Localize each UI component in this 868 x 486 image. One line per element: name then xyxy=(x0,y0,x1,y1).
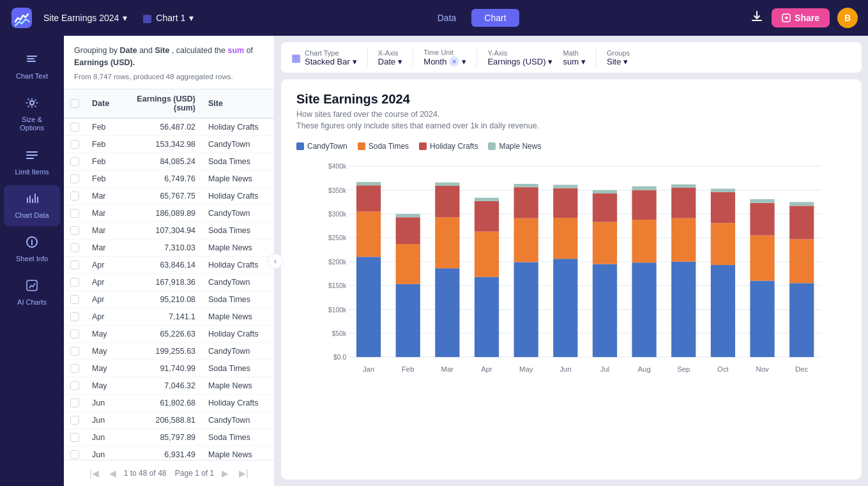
pagination-text: 1 to 48 of 48 xyxy=(124,469,167,478)
svg-rect-74 xyxy=(750,236,774,281)
row-checkbox[interactable] xyxy=(64,204,86,222)
chevron-math: ▾ xyxy=(581,57,586,66)
row-date: May xyxy=(86,377,120,394)
site-selector[interactable]: Site Earnings 2024 ▾ xyxy=(43,13,127,23)
chart-type-selector[interactable]: Stacked Bar ▾ xyxy=(305,57,357,66)
chart-tab[interactable]: Chart xyxy=(471,9,519,27)
last-page-button[interactable]: ▶| xyxy=(236,467,251,480)
sidebar-item-chart-data[interactable]: Chart Data xyxy=(4,185,60,226)
chart-selector[interactable]: ▦ Chart 1 ▾ xyxy=(142,12,194,24)
chevron-x-axis: ▾ xyxy=(398,57,402,66)
first-page-button[interactable]: |◀ xyxy=(87,467,102,480)
row-checkbox[interactable] xyxy=(64,411,86,429)
svg-rect-50 xyxy=(553,188,577,218)
row-checkbox[interactable] xyxy=(64,118,86,136)
sidebar-item-limit-items[interactable]: Limit Items xyxy=(4,142,60,183)
y-axis-selector[interactable]: Earnings (USD) ▾ xyxy=(487,57,552,66)
data-table: Date Earnings (USD)(sum) Site Feb 56,487… xyxy=(64,89,274,460)
row-checkbox[interactable] xyxy=(64,394,86,411)
next-page-button[interactable]: ▶ xyxy=(219,467,231,480)
row-checkbox[interactable] xyxy=(64,446,86,460)
table-row: May 65,226.63 Holiday Crafts xyxy=(64,325,274,342)
chart-legend: CandyTownSoda TimesHoliday CraftsMaple N… xyxy=(296,142,846,151)
table-row: Feb 56,487.02 Holiday Crafts xyxy=(64,118,274,136)
col-header-earnings[interactable]: Earnings (USD)(sum) xyxy=(120,89,202,118)
table-row: Feb 84,085.24 Soda Times xyxy=(64,153,274,170)
svg-rect-41 xyxy=(475,198,499,201)
row-site: Maple News xyxy=(202,377,274,394)
legend-color xyxy=(419,142,427,150)
svg-rect-34 xyxy=(435,217,459,268)
time-unit-selector[interactable]: Month ✕ ▾ xyxy=(423,56,466,66)
col-header-date[interactable]: Date xyxy=(86,89,120,118)
row-earnings: 7,141.1 xyxy=(120,308,202,325)
svg-rect-56 xyxy=(593,190,617,194)
col-header-site[interactable]: Site xyxy=(202,89,274,118)
row-checkbox[interactable] xyxy=(64,360,86,377)
svg-text:$300k: $300k xyxy=(328,211,347,218)
data-table-container[interactable]: Date Earnings (USD)(sum) Site Feb 56,487… xyxy=(64,89,274,460)
row-checkbox[interactable] xyxy=(64,325,86,342)
svg-text:$50k: $50k xyxy=(332,330,347,337)
svg-rect-33 xyxy=(435,268,459,357)
row-checkbox[interactable] xyxy=(64,273,86,291)
row-date: Mar xyxy=(86,204,120,222)
svg-rect-49 xyxy=(553,218,577,259)
sidebar-label-chart-text: Chart Text xyxy=(16,72,48,80)
table-row: Apr 167,918.36 CandyTown xyxy=(64,273,274,291)
prev-page-button[interactable]: ◀ xyxy=(107,467,119,480)
svg-text:$150k: $150k xyxy=(328,282,347,289)
row-site: Maple News xyxy=(202,308,274,325)
x-axis-selector[interactable]: Date ▾ xyxy=(378,57,402,66)
row-checkbox[interactable] xyxy=(64,377,86,394)
table-row: Feb 6,749.76 Maple News xyxy=(64,170,274,187)
sidebar-item-chart-text[interactable]: Chart Text xyxy=(4,46,60,87)
legend-item: Soda Times xyxy=(358,142,409,151)
collapse-panel-button[interactable]: ‹ xyxy=(268,254,283,269)
row-site: CandyTown xyxy=(202,273,274,291)
math-selector[interactable]: sum ▾ xyxy=(563,57,586,66)
col-header-checkbox xyxy=(64,89,86,118)
row-checkbox[interactable] xyxy=(64,239,86,256)
row-date: Mar xyxy=(86,187,120,204)
share-button[interactable]: Share xyxy=(772,8,830,27)
row-checkbox[interactable] xyxy=(64,222,86,239)
svg-rect-66 xyxy=(671,185,696,188)
row-site: Maple News xyxy=(202,446,274,460)
table-row: Mar 107,304.94 Soda Times xyxy=(64,222,274,239)
row-checkbox[interactable] xyxy=(64,429,86,446)
row-checkbox[interactable] xyxy=(64,291,86,308)
download-button[interactable] xyxy=(750,10,764,27)
sidebar-item-size-options[interactable]: Size & Options xyxy=(4,89,60,139)
row-site: CandyTown xyxy=(202,204,274,222)
data-tab[interactable]: Data xyxy=(425,9,469,27)
svg-rect-23 xyxy=(356,257,381,357)
svg-rect-58 xyxy=(632,262,656,357)
site-selector-label: Site Earnings 2024 xyxy=(43,13,119,23)
table-row: Jun 206,588.81 CandyTown xyxy=(64,411,274,429)
row-checkbox[interactable] xyxy=(64,135,86,153)
y-axis-label: Y-Axis xyxy=(487,49,552,57)
sidebar-item-sheet-info[interactable]: Sheet Info xyxy=(4,229,60,270)
earnings-label: Earnings (USD). xyxy=(74,58,135,67)
page-info: 1 to 48 of 48 Page 1 of 1 xyxy=(124,469,214,478)
page-text: Page 1 of 1 xyxy=(175,469,214,478)
row-site: Maple News xyxy=(202,239,274,256)
row-site: CandyTown xyxy=(202,135,274,153)
row-earnings: 7,046.32 xyxy=(120,377,202,394)
row-date: Mar xyxy=(86,222,120,239)
row-checkbox[interactable] xyxy=(64,153,86,170)
app-header: Site Earnings 2024 ▾ ▦ Chart 1 ▾ Data Ch… xyxy=(0,0,868,36)
sidebar-item-ai-charts[interactable]: AI Charts xyxy=(4,272,60,313)
row-checkbox[interactable] xyxy=(64,308,86,325)
row-date: May xyxy=(86,325,120,342)
chart-data-icon xyxy=(25,192,39,209)
stacked-bar-icon: ▦ xyxy=(291,52,301,64)
row-checkbox[interactable] xyxy=(64,187,86,204)
chart-selector-label: Chart 1 xyxy=(156,13,185,23)
svg-rect-80 xyxy=(789,206,814,239)
row-checkbox[interactable] xyxy=(64,170,86,187)
row-checkbox[interactable] xyxy=(64,342,86,360)
row-checkbox[interactable] xyxy=(64,256,86,273)
groups-selector[interactable]: Site ▾ xyxy=(607,57,630,66)
